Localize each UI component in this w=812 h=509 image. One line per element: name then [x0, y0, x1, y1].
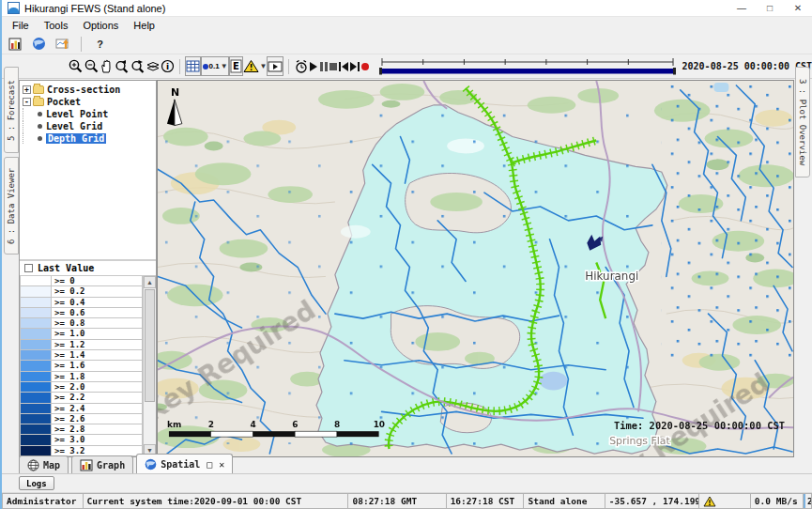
tab-forecast[interactable]: 5 : Forecast [4, 67, 19, 153]
maximize-button[interactable]: □ [756, 0, 784, 16]
status-system-time: Current system time:2020-09-01 00:00 CST [83, 493, 348, 509]
collapse-icon[interactable]: - [23, 98, 31, 106]
import-chart-icon[interactable] [53, 34, 72, 54]
minimize-button[interactable]: — [728, 0, 756, 16]
stop-icon[interactable] [329, 56, 338, 76]
status-memory: 2.5 GB [803, 493, 812, 509]
legend-row: >= 2.2 [20, 393, 143, 403]
legend-swatch [20, 435, 52, 445]
menu-file[interactable]: File [6, 18, 36, 33]
tab-map[interactable]: Map [19, 455, 69, 473]
last-value-checkbox[interactable] [24, 264, 33, 272]
tree-item-level-grid[interactable]: Level Grid [23, 120, 156, 131]
bar-chart-icon [80, 459, 93, 471]
pan-hand-icon[interactable] [100, 56, 114, 76]
tab-plot-overview[interactable]: 3 : Plot Overview [795, 67, 810, 177]
map-view[interactable]: API Key Required API Key Required Hikura… [157, 80, 794, 457]
chevron-down-icon: ▼ [260, 62, 268, 70]
grid-display-icon[interactable] [185, 56, 201, 76]
scroll-up-icon[interactable]: ▲ [144, 276, 156, 288]
database-display-icon[interactable] [6, 34, 25, 54]
legend-row: >= 0.8 [20, 318, 143, 329]
legend-scrollbar[interactable]: ▲ ▼ [143, 276, 156, 456]
view-tab-bar: Map Graph Spatial □ ✕ [2, 454, 812, 474]
restore-pane-icon[interactable]: □ [207, 459, 212, 470]
legend-panel: Last Value >= 0 >= 0.2 >= 0.4 >= 0.6 >= … [20, 261, 156, 456]
tab-graph[interactable]: Graph [71, 455, 133, 473]
layers-icon[interactable] [146, 56, 161, 76]
legend-row: >= 0 [20, 276, 143, 286]
legend-toggle-icon[interactable]: E [229, 56, 243, 76]
status-warning-cell[interactable] [698, 493, 749, 509]
legend-row: >= 1.4 [20, 350, 143, 361]
svg-text:4: 4 [250, 420, 255, 429]
step-forward-icon[interactable] [349, 56, 360, 76]
close-button[interactable]: ✕ [784, 0, 812, 16]
svg-text:km: km [167, 420, 181, 429]
svg-text:2: 2 [208, 420, 214, 429]
record-icon[interactable] [360, 56, 370, 76]
tree-item-depth-grid[interactable]: Depth Grid [23, 132, 156, 144]
status-local-time: 16:27:18 CST [446, 493, 524, 509]
zoom-in-icon[interactable] [68, 56, 84, 76]
legend-row: >= 0.2 [20, 286, 143, 297]
scroll-thumb[interactable] [145, 289, 155, 402]
current-datetime: 2020-08-25 00:00:00 CST [682, 61, 812, 71]
step-back-icon[interactable] [338, 56, 349, 76]
zoom-previous-icon[interactable] [114, 56, 130, 76]
point-size-dropdown[interactable]: 0.1 ▼ [201, 56, 229, 76]
time-slider[interactable] [378, 56, 677, 77]
legend-row: >= 1.6 [20, 361, 143, 371]
status-transfer-rate: 0.0 MB/s [750, 493, 803, 509]
menu-tools[interactable]: Tools [38, 18, 75, 33]
menu-help[interactable]: Help [127, 18, 161, 33]
svg-text:!: ! [249, 63, 253, 72]
main-area: 5 : Forecast 6 : Data Viewer + Cross-sec… [2, 80, 812, 457]
tree-label: Pocket [47, 97, 81, 107]
thresholds-warning-icon[interactable]: ! ▼ [243, 56, 268, 76]
movie-player-icon[interactable] [267, 56, 283, 76]
globe-spatial-icon[interactable] [29, 34, 49, 54]
help-icon[interactable]: ? [90, 34, 110, 54]
expand-icon[interactable]: + [23, 85, 31, 94]
left-tab-strip: 5 : Forecast 6 : Data Viewer [2, 80, 19, 457]
menu-options[interactable]: Options [76, 18, 125, 33]
logs-row: Logs [2, 474, 812, 492]
tab-data-viewer[interactable]: 6 : Data Viewer [4, 157, 19, 254]
legend-row: >= 1.0 [20, 329, 143, 339]
legend-row: >= 0.4 [20, 298, 143, 308]
logs-button[interactable]: Logs [19, 476, 54, 490]
wire-globe-icon [27, 459, 39, 471]
animation-timer-icon[interactable] [294, 56, 309, 76]
legend-swatch [20, 382, 52, 393]
zoom-next-icon[interactable] [130, 56, 146, 76]
info-icon[interactable]: i [161, 56, 175, 76]
tree-label-selected: Depth Grid [46, 133, 106, 144]
play-icon[interactable] [309, 56, 318, 76]
last-value-label: Last Value [38, 263, 94, 273]
pause-icon[interactable] [318, 56, 328, 76]
legend-row: >= 1.8 [20, 372, 143, 382]
tree-item-level-point[interactable]: Level Point [23, 108, 156, 119]
legend-swatch [20, 372, 52, 382]
tab-spatial[interactable]: Spatial □ ✕ [136, 454, 233, 473]
legend-row: >= 2.4 [20, 404, 143, 414]
svg-text:8: 8 [334, 420, 340, 429]
legend-swatch [20, 340, 52, 350]
folder-icon [33, 98, 44, 106]
tree-label: Level Point [46, 109, 108, 119]
svg-text:6: 6 [292, 420, 298, 429]
tree-item-cross-section[interactable]: + Cross-section [23, 84, 156, 95]
memory-usage-bar [804, 494, 805, 508]
legend-swatch [20, 424, 52, 435]
legend-row: >= 0.6 [20, 308, 143, 318]
filter-tree: + Cross-section - Pocket Level Point [20, 81, 156, 261]
zoom-out-icon[interactable] [84, 56, 100, 76]
legend-swatch [20, 286, 52, 297]
tree-item-pocket[interactable]: - Pocket [23, 96, 156, 107]
folder-icon [33, 85, 44, 94]
legend-swatch [20, 414, 52, 424]
close-pane-icon[interactable]: ✕ [219, 459, 224, 470]
app-logo-icon [8, 2, 20, 14]
right-tab-strip: 3 : Plot Overview [794, 80, 812, 457]
